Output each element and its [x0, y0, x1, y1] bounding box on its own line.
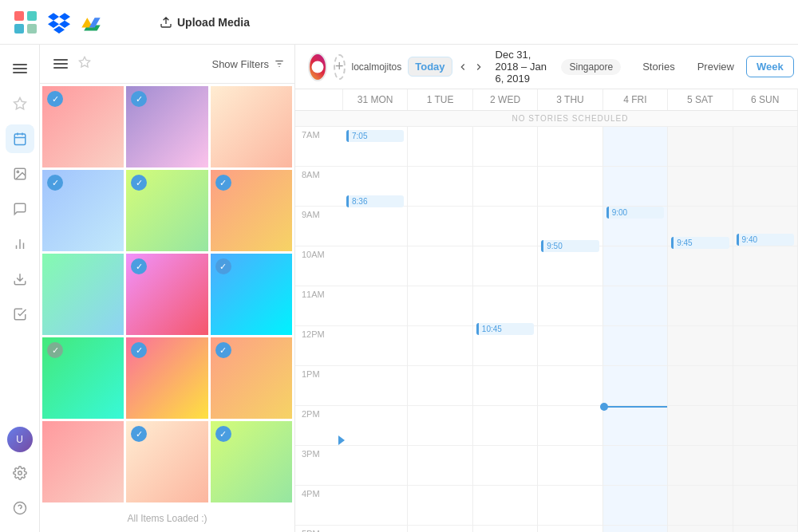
time-row [538, 326, 602, 366]
media-item[interactable]: ✓ [126, 421, 207, 502]
sidebar-icon-star[interactable] [6, 89, 34, 118]
calendar-event[interactable]: 9:00 [606, 207, 664, 219]
time-label: 5PM [295, 526, 343, 532]
time-row [603, 406, 667, 446]
media-check-icon: ✓ [215, 342, 231, 358]
media-item[interactable] [211, 86, 292, 167]
sidebar-icon-help[interactable] [6, 494, 34, 522]
calendar-event[interactable]: 9:45 [671, 237, 729, 249]
day-col-thu[interactable]: 9:50 [538, 127, 602, 532]
time-row [408, 207, 472, 246]
calendar-event[interactable]: 9:50 [541, 240, 598, 252]
svg-rect-2 [14, 24, 24, 33]
time-row [343, 526, 407, 532]
media-item[interactable]: ✓ [211, 337, 292, 419]
time-row [473, 406, 537, 446]
sidebar-icon-download[interactable] [6, 265, 34, 294]
calendar-event[interactable]: 9:40 [737, 234, 794, 246]
user-avatar[interactable]: U [7, 427, 33, 452]
time-row [538, 526, 602, 532]
time-row [733, 167, 797, 207]
time-row [603, 127, 667, 167]
day-headers: 31 MON1 TUE2 WED3 THU4 FRI5 SAT6 SUN [295, 89, 798, 111]
media-item[interactable]: ✓ [211, 421, 292, 502]
time-row [538, 446, 602, 486]
media-item[interactable]: ✓ [42, 337, 124, 419]
hamburger-menu[interactable] [49, 53, 72, 75]
time-row [668, 406, 732, 446]
time-row [473, 366, 537, 406]
app-logo [13, 10, 38, 35]
sidebar-icon-menu[interactable] [6, 54, 34, 83]
day-columns: 7:058:3610:459:509:009:459:40 [343, 127, 798, 532]
view-tab-preview[interactable]: Preview [687, 56, 745, 77]
media-item[interactable]: ✓ [42, 170, 124, 251]
upload-media-button[interactable]: Upload Media [160, 16, 250, 29]
time-row [603, 526, 667, 532]
calendar-event[interactable]: 7:05 [346, 130, 404, 142]
day-header-sat: 5 SAT [668, 89, 733, 110]
sidebar-icon-chart[interactable] [6, 230, 34, 258]
time-label: 4PM [295, 486, 343, 526]
sidebar-icon-settings[interactable] [6, 459, 34, 487]
time-row [538, 486, 602, 526]
time-row [473, 486, 537, 526]
show-filters-button[interactable]: Show Filters [211, 58, 285, 70]
sidebar-icon-image[interactable] [6, 160, 34, 188]
show-filters-label: Show Filters [211, 58, 269, 70]
time-row [473, 127, 537, 167]
gdrive-icon [80, 11, 102, 33]
calendar-header: + localmojitos Today Dec 31, 2018 – Jan … [295, 45, 798, 89]
current-time-line [603, 406, 667, 408]
time-row [603, 246, 667, 286]
day-col-mon[interactable]: 7:058:36 [343, 127, 408, 532]
time-row [538, 246, 602, 286]
day-col-wed[interactable]: 10:45 [473, 127, 538, 532]
time-row [473, 207, 537, 246]
time-row [408, 286, 472, 326]
media-item[interactable] [42, 254, 124, 335]
prev-nav[interactable] [457, 56, 468, 78]
sidebar-icon-chat[interactable] [6, 195, 34, 223]
media-item[interactable]: ✓ [126, 254, 207, 335]
sidebar-icon-calendar[interactable] [6, 124, 34, 153]
media-item[interactable]: ✓ [211, 170, 292, 251]
time-row [668, 326, 732, 366]
sidebar-icon-checklist[interactable] [6, 300, 34, 329]
day-header-thu: 3 THU [538, 89, 602, 110]
day-header-tue: 1 TUE [408, 89, 472, 110]
view-tab-month[interactable]: Month [796, 56, 798, 77]
time-row [603, 167, 667, 207]
svg-point-21 [315, 63, 321, 69]
day-col-sun[interactable]: 9:40 [733, 127, 798, 532]
calendar-event[interactable]: 8:36 [346, 195, 404, 207]
time-header-spacer [295, 89, 343, 110]
time-row [343, 286, 407, 326]
media-check-icon: ✓ [47, 91, 63, 107]
media-item[interactable] [42, 421, 124, 502]
next-nav[interactable] [473, 56, 484, 78]
media-item[interactable]: ✓ [126, 170, 207, 251]
time-row [408, 446, 472, 486]
day-col-sat[interactable]: 9:45 [668, 127, 733, 532]
time-row [408, 366, 472, 406]
account-avatar[interactable] [308, 53, 327, 81]
logo-icon [13, 10, 38, 35]
today-button[interactable]: Today [408, 57, 452, 77]
time-label: 8AM [295, 167, 343, 207]
media-item[interactable]: ✓ [126, 86, 207, 167]
media-item[interactable]: ✓ [211, 254, 292, 335]
media-item[interactable]: ✓ [126, 337, 207, 419]
calendar-event[interactable]: 10:45 [476, 323, 534, 335]
day-col-tue[interactable] [408, 127, 472, 532]
media-item[interactable]: ✓ [42, 86, 124, 167]
view-tab-week[interactable]: Week [746, 56, 794, 77]
time-row [343, 446, 407, 486]
add-account-button[interactable]: + [334, 54, 346, 80]
view-tabs: StoriesPreviewWeekMonth [632, 56, 798, 77]
time-row [668, 446, 732, 486]
day-col-fri[interactable]: 9:00 [603, 127, 668, 532]
time-row [668, 286, 732, 326]
view-tab-stories[interactable]: Stories [632, 56, 685, 77]
star-filter[interactable] [78, 56, 91, 72]
